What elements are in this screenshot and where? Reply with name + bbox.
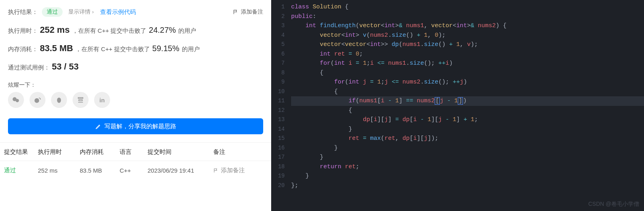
row-mem: 83.5 MB	[80, 167, 120, 174]
code-area[interactable]: class Solution {public: int findLength(v…	[289, 0, 644, 211]
code-line[interactable]: dp[i][j] = dp[i - 1][j - 1] + 1;	[291, 115, 644, 125]
show-details-label: 显示详情	[68, 8, 91, 16]
code-line[interactable]: vector<vector<int>> dp(nums1.size() + 1,…	[291, 40, 644, 50]
line-number: 12	[271, 106, 285, 115]
show-details-link[interactable]: 显示详情 ›	[68, 8, 94, 16]
line-number: 4	[271, 31, 285, 40]
add-note-button[interactable]: 添加备注	[233, 8, 263, 16]
code-line[interactable]: }	[291, 171, 644, 181]
runtime-pct: 24.27%	[149, 26, 176, 35]
testcase-row: 通过测试用例： 53 / 53	[0, 58, 271, 76]
line-number: 1	[271, 2, 285, 12]
view-example-code-link[interactable]: 查看示例代码	[100, 8, 136, 16]
line-number: 9	[271, 78, 285, 87]
wechat-icon[interactable]	[8, 92, 24, 108]
line-number: 17	[271, 153, 285, 162]
code-line[interactable]: {	[291, 106, 644, 115]
th-note: 备注	[213, 148, 267, 156]
memory-value: 83.5 MB	[40, 43, 73, 54]
line-number: 6	[271, 50, 285, 59]
code-editor[interactable]: 1234567891011121314151617181920 class So…	[271, 0, 644, 211]
line-number: 15	[271, 134, 285, 143]
line-number: 11	[271, 96, 285, 106]
code-line[interactable]: {	[291, 87, 644, 97]
testcase-value: 53 / 53	[52, 62, 79, 72]
runtime-mid: ，在所有 C++ 提交中击败了	[72, 27, 147, 35]
code-line[interactable]: for(int i = 1;i <= nums1.size(); ++i)	[291, 59, 644, 68]
row-submitted: 2023/06/29 19:41	[148, 167, 213, 174]
share-icons: in	[0, 92, 271, 115]
code-line[interactable]: {	[291, 68, 644, 78]
line-number: 18	[271, 162, 285, 172]
th-submitted: 提交时间	[148, 148, 213, 156]
code-line[interactable]: if(nums1[i - 1] == nums2[j - 1])	[291, 96, 644, 106]
line-number: 19	[271, 171, 285, 181]
th-result: 提交结果	[4, 148, 38, 156]
memory-row: 内存消耗： 83.5 MB ，在所有 C++ 提交中击败了 59.15% 的用户	[0, 39, 271, 58]
th-lang: 语言	[120, 148, 148, 156]
row-add-note-button[interactable]: 添加备注	[213, 167, 245, 174]
memory-mid: ，在所有 C++ 提交中击败了	[75, 46, 150, 53]
pencil-icon	[95, 123, 101, 129]
submission-table-head: 提交结果 执行用时 内存消耗 语言 提交时间 备注	[0, 143, 271, 161]
row-add-note-label: 添加备注	[221, 167, 245, 174]
row-note-cell: 添加备注	[213, 167, 267, 174]
line-number: 16	[271, 143, 285, 153]
code-line[interactable]: vector<int> v(nums2.size() + 1, 0);	[291, 31, 644, 40]
status-pill: 通过	[42, 7, 63, 17]
line-number: 8	[271, 68, 285, 78]
linkedin-icon[interactable]: in	[94, 92, 110, 108]
code-line[interactable]: return ret;	[291, 162, 644, 172]
flag-icon	[213, 168, 219, 173]
code-line[interactable]: public:	[291, 12, 644, 22]
line-number: 3	[271, 21, 285, 31]
line-number: 20	[271, 181, 285, 191]
line-number: 13	[271, 115, 285, 125]
runtime-suffix: 的用户	[178, 27, 196, 35]
douban-icon[interactable]	[73, 92, 89, 108]
watermark: CSDN @卷毛小学僧	[588, 201, 639, 208]
table-row[interactable]: 通过 252 ms 83.5 MB C++ 2023/06/29 19:41 添…	[0, 161, 271, 174]
flag-icon	[233, 9, 238, 15]
line-number: 5	[271, 40, 285, 50]
memory-suffix: 的用户	[182, 46, 200, 53]
row-lang: C++	[120, 167, 148, 174]
result-header: 执行结果： 通过 显示详情 › 查看示例代码 添加备注	[0, 0, 271, 21]
svg-point-1	[16, 99, 19, 102]
chevron-right-icon: ›	[92, 9, 94, 15]
memory-pct: 59.15%	[152, 44, 179, 53]
line-number: 10	[271, 87, 285, 97]
write-solution-button[interactable]: 写题解，分享我的解题思路	[8, 118, 263, 134]
code-line[interactable]: int ret = 0;	[291, 50, 644, 59]
svg-point-2	[35, 98, 39, 103]
code-line[interactable]: ret = max(ret, dp[i][j]);	[291, 134, 644, 143]
code-line[interactable]: int findLength(vector<int>& nums1, vecto…	[291, 21, 644, 31]
line-gutter: 1234567891011121314151617181920	[271, 0, 289, 211]
qq-icon[interactable]	[51, 92, 67, 108]
code-line[interactable]: }	[291, 125, 644, 134]
result-label: 执行结果：	[8, 8, 38, 16]
code-line[interactable]: for(int j = 1;j <= nums2.size(); ++j)	[291, 78, 644, 87]
code-line[interactable]: }	[291, 153, 644, 162]
runtime-value: 252 ms	[40, 25, 70, 35]
code-line[interactable]: class Solution {	[291, 2, 644, 12]
row-time: 252 ms	[38, 167, 80, 174]
write-solution-label: 写题解，分享我的解题思路	[104, 123, 176, 130]
code-line[interactable]: }	[291, 143, 644, 153]
result-panel: 执行结果： 通过 显示详情 › 查看示例代码 添加备注 执行用时： 252 ms…	[0, 0, 271, 211]
runtime-label: 执行用时：	[8, 27, 40, 35]
add-note-label: 添加备注	[241, 8, 263, 16]
svg-rect-4	[78, 98, 83, 98]
weibo-icon[interactable]	[30, 92, 45, 108]
share-label: 炫耀一下：	[0, 76, 271, 92]
th-mem: 内存消耗	[80, 148, 120, 156]
memory-label: 内存消耗：	[8, 46, 40, 53]
svg-point-3	[57, 98, 61, 103]
runtime-row: 执行用时： 252 ms ，在所有 C++ 提交中击败了 24.27% 的用户	[0, 21, 271, 39]
row-result: 通过	[4, 167, 38, 174]
code-line[interactable]: };	[291, 181, 644, 191]
svg-rect-5	[79, 100, 83, 101]
line-number: 7	[271, 59, 285, 68]
testcase-label: 通过测试用例：	[8, 64, 52, 72]
line-number: 2	[271, 12, 285, 22]
